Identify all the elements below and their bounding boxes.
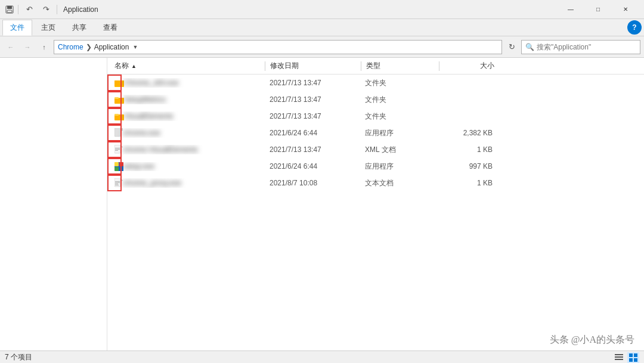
svg-rect-29 (629, 353, 633, 357)
file-date-6: 2021/8/7 10:08 (265, 179, 360, 187)
file-date-4: 2021/7/13 13:47 (265, 145, 360, 154)
nav-pane (0, 58, 107, 350)
file-name-1: SetupMetrics (124, 95, 166, 104)
file-name-2: VisualElements (124, 112, 174, 120)
table-row[interactable]: chrome.VisualElements 2021/7/13 13:47 XM… (107, 141, 644, 158)
svg-rect-20 (119, 167, 123, 171)
back-btn[interactable]: ← (4, 40, 18, 54)
file-name-cell-4: chrome.VisualElements (110, 145, 265, 154)
file-name-cell-1: SetupMetrics (110, 95, 265, 104)
breadcrumb-item-chrome[interactable]: Chrome (58, 43, 83, 51)
file-name-cell-5: setup.exe (110, 162, 265, 171)
file-list: 名称 ▲ 修改日期 类型 大小 Chrome_x64.exe 2021/7/1 (107, 58, 644, 350)
save-icon[interactable] (5, 5, 14, 14)
table-row[interactable]: setup.exe 2021/6/24 6:44 应用程序 997 KB (107, 158, 644, 175)
breadcrumb-dropdown-icon[interactable]: ▼ (132, 44, 138, 50)
forward-btn[interactable]: → (20, 40, 35, 54)
svg-rect-30 (634, 353, 637, 357)
file-icon-3 (114, 128, 123, 138)
file-size-4: 1 KB (438, 145, 497, 154)
status-bar: 7 个项目 (0, 350, 644, 363)
breadcrumb-bar[interactable]: Chrome ❯ Application ▼ (54, 40, 502, 54)
svg-rect-10 (114, 128, 120, 136)
file-name-4: chrome.VisualElements (123, 145, 198, 154)
svg-rect-9 (114, 114, 119, 116)
minimize-btn[interactable]: — (557, 0, 584, 19)
file-name-cell-3: chrome.exe (110, 128, 265, 138)
table-row[interactable]: Chrome_x64.exe 2021/7/13 13:47 文件夹 (107, 75, 644, 91)
file-icon-5 (114, 162, 123, 171)
file-size-6: 1 KB (438, 179, 497, 187)
maximize-btn[interactable]: □ (584, 0, 612, 19)
file-date-0: 2021/7/13 13:47 (265, 79, 360, 87)
search-icon: 🔍 (525, 43, 534, 51)
file-type-5: 应用程序 (360, 162, 438, 172)
svg-rect-5 (114, 80, 124, 86)
svg-rect-31 (629, 358, 633, 362)
tab-file[interactable]: 文件 (2, 20, 32, 36)
svg-rect-2 (7, 10, 12, 13)
svg-rect-25 (115, 185, 119, 185)
divider (18, 5, 18, 14)
col-size-header[interactable]: 大小 (439, 61, 499, 71)
breadcrumb-current: Application (94, 43, 129, 51)
svg-rect-15 (115, 150, 118, 151)
table-row[interactable]: chrome.exe 2021/6/24 6:44 应用程序 2,382 KB (107, 125, 644, 141)
list-view-btn[interactable] (627, 352, 639, 363)
column-header: 名称 ▲ 修改日期 类型 大小 (107, 58, 644, 75)
table-row[interactable]: SetupMetrics 2021/7/13 13:47 文件夹 (107, 91, 644, 108)
file-date-2: 2021/7/13 13:47 (265, 112, 360, 120)
ribbon-tab-bar: 文件 主页 共享 查看 ? (0, 19, 644, 36)
svg-rect-1 (7, 6, 12, 9)
svg-rect-32 (634, 358, 637, 362)
help-button[interactable]: ? (627, 20, 642, 35)
address-bar-row: ← → ↑ Chrome ❯ Application ▼ ↻ 🔍 (0, 36, 644, 58)
svg-rect-14 (115, 149, 120, 150)
file-name-3: chrome.exe (123, 129, 160, 137)
redo-btn[interactable]: ↷ (39, 2, 53, 17)
tab-view[interactable]: 查看 (95, 20, 125, 36)
col-name-header[interactable]: 名称 ▲ (110, 61, 265, 71)
svg-rect-18 (119, 162, 123, 166)
file-type-0: 文件夹 (360, 78, 438, 88)
svg-rect-17 (114, 162, 119, 166)
col-date-header[interactable]: 修改日期 (265, 61, 361, 71)
svg-rect-22 (115, 181, 120, 182)
close-btn[interactable]: ✕ (612, 0, 639, 19)
file-type-3: 应用程序 (360, 128, 438, 138)
svg-rect-19 (114, 167, 119, 171)
search-bar[interactable]: 🔍 (521, 40, 640, 54)
file-icon-6 (114, 178, 123, 188)
svg-rect-23 (115, 182, 120, 183)
svg-rect-27 (615, 356, 623, 358)
table-row[interactable]: chrome_proxy.exe 2021/8/7 10:08 文本文档 1 K… (107, 175, 644, 191)
ribbon-help: ? (627, 20, 642, 35)
divider2 (57, 5, 57, 14)
file-type-6: 文本文档 (360, 178, 438, 188)
title-bar: ↶ ↷ Application — □ ✕ (0, 0, 644, 19)
tab-share[interactable]: 共享 (64, 20, 94, 36)
col-type-header[interactable]: 类型 (361, 61, 439, 71)
undo-btn[interactable]: ↶ (22, 2, 36, 17)
refresh-btn[interactable]: ↻ (504, 40, 519, 54)
title-text: Application (63, 5, 98, 14)
file-size-5: 997 KB (438, 162, 497, 170)
svg-rect-7 (114, 97, 119, 99)
folder-icon-1 (114, 95, 124, 104)
file-type-2: 文件夹 (360, 111, 438, 122)
table-row[interactable]: VisualElements 2021/7/13 13:47 文件夹 (107, 108, 644, 125)
tab-home[interactable]: 主页 (33, 20, 63, 36)
details-view-btn[interactable] (613, 352, 625, 363)
svg-rect-13 (115, 148, 120, 148)
ribbon: 文件 主页 共享 查看 ? (0, 19, 644, 36)
file-name-cell-2: VisualElements (110, 111, 265, 121)
file-name-6: chrome_proxy.exe (123, 179, 181, 187)
up-btn[interactable]: ↑ (37, 40, 51, 54)
sort-arrow: ▲ (131, 63, 137, 69)
window-controls: — □ ✕ (557, 0, 639, 19)
file-name-cell-6: chrome_proxy.exe (110, 178, 265, 188)
file-type-4: XML 文档 (360, 145, 438, 155)
search-input[interactable] (537, 43, 636, 51)
main-area: 名称 ▲ 修改日期 类型 大小 Chrome_x64.exe 2021/7/1 (0, 58, 644, 350)
file-name-cell-0: Chrome_x64.exe (110, 78, 265, 88)
